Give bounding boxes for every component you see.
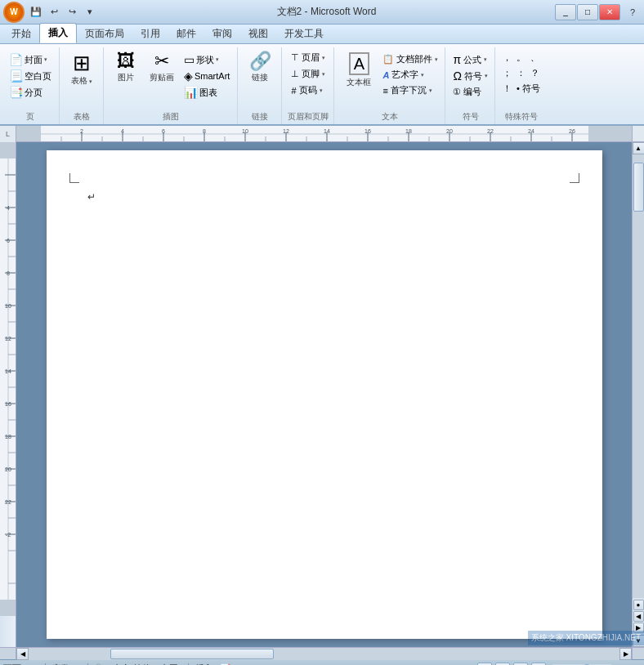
scroll-left-button[interactable]: ◀ (16, 648, 29, 660)
ribbon-group-link: 🔗 链接 链接 (239, 47, 282, 124)
page-break-button[interactable]: 📑 分页 (7, 85, 54, 100)
help-button[interactable]: ? (624, 4, 641, 20)
hscroll-thumb[interactable] (110, 649, 274, 659)
formula-button[interactable]: π 公式▾ (451, 52, 489, 67)
table-button[interactable]: ⊞ 表格 ▾ (65, 51, 98, 88)
window-controls: _ □ ✕ ? (555, 4, 641, 20)
doc-parts-icon: 📋 (382, 54, 394, 65)
hscroll-track[interactable] (29, 648, 619, 660)
cover-page-button[interactable]: 📄 封面▾ (7, 52, 54, 67)
redo-button[interactable]: ↪ (64, 4, 80, 20)
ruler-scrollbar-space (632, 126, 644, 141)
sym-enum-comma-button[interactable]: 、 (529, 51, 541, 65)
header-button[interactable]: ⊤ 页眉▾ (289, 51, 327, 65)
scroll-track[interactable] (633, 154, 645, 598)
sym-comma-button[interactable]: ， (501, 51, 513, 65)
link-button[interactable]: 🔗 链接 (244, 51, 276, 85)
group-content-text: A 文本框 📋 文档部件▾ A 艺术字▾ ≡ 首字下沉▾ (340, 49, 440, 109)
scroll-nav-icons: ● ◀ ▶ (633, 598, 645, 635)
page-group-label: 页 (7, 109, 54, 124)
view-outline-button[interactable]: ☰ (531, 663, 546, 666)
scroll-up-button[interactable]: ▲ (633, 142, 645, 154)
textbox-icon: A (349, 52, 369, 75)
prev-page-button[interactable]: ◀ (633, 611, 644, 622)
tab-mailing[interactable]: 邮件 (168, 25, 204, 43)
sym-question-button[interactable]: ？ (529, 66, 541, 80)
tab-page-layout[interactable]: 页面布局 (77, 25, 132, 43)
svg-text:6: 6 (7, 238, 10, 243)
numbering-button[interactable]: ① 编号 (451, 85, 489, 99)
select-browse-object-button[interactable]: ● (633, 600, 644, 610)
tab-view[interactable]: 视图 (240, 25, 276, 43)
window-title: 文档2 - Microsoft Word (98, 5, 555, 19)
scroll-down-button[interactable]: ▼ (633, 635, 645, 647)
picture-button[interactable]: 🖼 图片 (110, 51, 142, 85)
shapes-icon: ▭ (184, 53, 195, 66)
wordart-button[interactable]: A 艺术字▾ (381, 68, 440, 82)
chart-icon: 📊 (184, 86, 198, 99)
formula-icon: π (453, 53, 461, 66)
office-button[interactable]: W (3, 2, 25, 23)
svg-text:4: 4 (7, 205, 10, 211)
chart-button[interactable]: 📊 图表 (181, 85, 232, 100)
close-button[interactable]: ✕ (599, 4, 620, 20)
title-left: W 💾 ↩ ↪ ▾ (3, 2, 98, 23)
doc-parts-button[interactable]: 📋 文档部件▾ (381, 52, 440, 66)
tab-references[interactable]: 引用 (132, 25, 168, 43)
svg-text:12: 12 (283, 128, 289, 134)
clip-art-button[interactable]: ✂ 剪贴画 (145, 51, 178, 85)
svg-text:26: 26 (569, 128, 575, 134)
sym-exclaim-button[interactable]: ！ (501, 82, 513, 96)
view-print-button[interactable]: ■ (477, 663, 492, 666)
page-number-button[interactable]: # 页码▾ (289, 83, 327, 97)
blank-page-button[interactable]: 📃 空白页 (7, 69, 54, 83)
sym-semicolon-button[interactable]: ； (501, 66, 513, 80)
page-number-icon: # (291, 86, 296, 96)
quick-access-toolbar: 💾 ↩ ↪ ▾ (28, 4, 98, 20)
sym-more-button[interactable]: • 符号 (515, 82, 542, 96)
bottom-scroll-area: ◀ ▶ (0, 647, 644, 659)
textbox-button[interactable]: A 文本框 (340, 51, 378, 90)
sym-period-button[interactable]: 。 (515, 51, 527, 65)
minimize-button[interactable]: _ (555, 4, 576, 20)
tab-insert[interactable]: 插入 (39, 23, 77, 43)
blank-page-icon: 📃 (9, 69, 23, 83)
save-button[interactable]: 💾 (28, 4, 44, 20)
ribbon-group-special-sym: ， 。 、 ； ： ？ ！ • 符号 特殊符号 (496, 47, 547, 124)
ribbon-tabs: 开始 插入 页面布局 引用 邮件 审阅 视图 开发工具 (0, 25, 644, 44)
omega-button[interactable]: Ω 符号▾ (451, 69, 489, 83)
svg-text:20: 20 (5, 466, 11, 472)
hf-col: ⊤ 页眉▾ ⊥ 页脚▾ # 页码▾ (289, 51, 327, 97)
next-page-button[interactable]: ▶ (633, 623, 644, 633)
footer-button[interactable]: ⊥ 页脚▾ (289, 67, 327, 81)
smartart-button[interactable]: ◈ SmartArt (181, 69, 232, 83)
ruler-svg: 2 4 6 8 10 12 14 16 18 20 22 24 26 (16, 126, 632, 141)
svg-text:14: 14 (324, 128, 330, 134)
tab-home[interactable]: 开始 (3, 25, 39, 43)
group-content-table: ⊞ 表格 ▾ (65, 49, 98, 109)
tab-review[interactable]: 审阅 (204, 25, 240, 43)
view-full-screen-button[interactable]: ≡ (495, 663, 510, 666)
text-group-label: 文本 (340, 109, 440, 124)
main-area: 2 4 6 8 10 12 14 16 18 20 22 -2 (0, 142, 644, 647)
group-content-special-sym: ， 。 、 ； ： ？ ！ • 符号 (501, 49, 542, 109)
document-page[interactable]: ↵ (47, 150, 602, 639)
maximize-button[interactable]: □ (577, 4, 598, 20)
svg-text:18: 18 (405, 128, 412, 134)
undo-button[interactable]: ↩ (46, 4, 62, 20)
shapes-button[interactable]: ▭ 形状▾ (181, 52, 232, 67)
view-web-button[interactable]: ▣ (513, 663, 528, 666)
ribbon-group-page: 📄 封面▾ 📃 空白页 📑 分页 页 (2, 47, 60, 124)
tab-developer[interactable]: 开发工具 (276, 25, 332, 43)
scroll-right-button[interactable]: ▶ (619, 648, 632, 660)
svg-text:16: 16 (5, 401, 11, 407)
scroll-thumb[interactable] (633, 163, 644, 212)
special-sym-group-label: 特殊符号 (501, 109, 542, 124)
document-area[interactable]: ↵ (16, 142, 632, 647)
ruler-container: L 2 4 6 8 10 12 14 16 (0, 126, 644, 142)
smartart-icon: ◈ (184, 69, 193, 83)
sym-colon-button[interactable]: ： (515, 66, 527, 80)
ruler-corner[interactable]: L (0, 126, 16, 142)
qa-dropdown-button[interactable]: ▾ (82, 4, 98, 20)
drop-cap-button[interactable]: ≡ 首字下沉▾ (381, 83, 440, 97)
